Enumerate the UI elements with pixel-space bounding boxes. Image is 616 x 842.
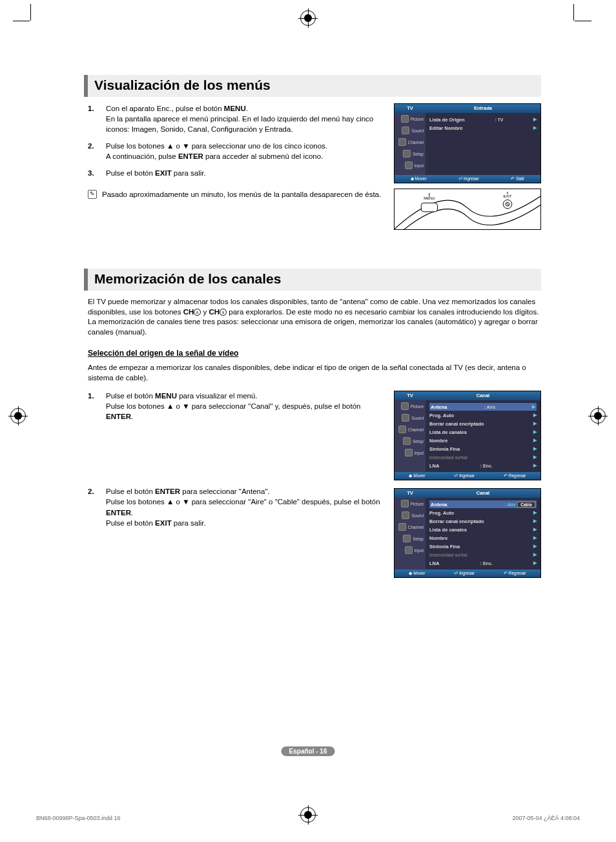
step-body: Con el aparato Enc., pulse el botón MENU…: [106, 103, 385, 134]
menu-row: Lista de canales▶: [429, 526, 537, 533]
footer-left: BN68-00998P-Spa-0503.indd 16: [36, 815, 121, 821]
menu-row-label: LNA: [429, 463, 439, 469]
step-num: 2.: [88, 141, 99, 161]
side-label: Picture: [411, 404, 424, 409]
section2-step2: 2. Pulse el botón ENTER para seleccionar…: [88, 486, 385, 528]
menu-row-label: Editar Nombre: [429, 125, 463, 131]
menu-category-icon: [405, 161, 413, 169]
menu-row: Antena: Aire▶: [429, 403, 537, 411]
menu-sidebar: PictureSoundChannelSetupInput: [395, 498, 426, 570]
side-item: Setup: [395, 435, 426, 447]
note-row: ✎ Pasado aproximadamente un minuto, los …: [88, 189, 385, 200]
section-header-menus: Visualización de los menús: [84, 75, 541, 97]
side-label: Setup: [413, 537, 424, 541]
side-label: Input: [415, 163, 424, 168]
menu-header: TV Entrada: [395, 104, 540, 113]
menu-row: Sintonia Fina▶: [429, 542, 537, 550]
menu-row: Borrar canal encriptado▶: [429, 517, 537, 525]
side-item: Input: [395, 159, 426, 171]
menu-row-label: Antena: [431, 502, 447, 508]
menu-row: Lista de Origen: TV▶: [429, 116, 537, 123]
exit-btn-label: EXIT: [504, 194, 512, 198]
section2-intro: El TV puede memorizar y almacenar todos …: [88, 297, 541, 337]
tv-menu-canal-2: TV Canal PictureSoundChannelSetupInput A…: [394, 488, 541, 578]
side-label: Channel: [408, 140, 424, 145]
side-item: Sound: [395, 412, 426, 424]
crop-mark: [575, 21, 591, 21]
menu-row-label: Sintonia Fina: [429, 544, 460, 549]
menu-row-label: Intensidad señal: [429, 455, 467, 460]
menu-sidebar: PictureSoundChannelSetupInput: [395, 113, 426, 175]
menu-row-label: Prog. Auto: [429, 510, 454, 516]
menu-category-icon: [402, 511, 409, 519]
section2-step1: 1. Pulse el botón MENU para visualizar e…: [88, 391, 385, 422]
tab-tv: TV: [395, 104, 426, 113]
side-item: Sound: [395, 509, 426, 521]
menu-category-icon: [398, 426, 406, 433]
tab-section: Canal: [426, 391, 540, 400]
menu-sidebar: PictureSoundChannelSetupInput: [395, 400, 426, 472]
menu-row-label: Lista de Origen: [429, 117, 465, 123]
menu-category-icon: [401, 115, 409, 123]
side-item: Sound: [395, 125, 426, 136]
side-item: Input: [395, 447, 426, 458]
tab-tv: TV: [395, 489, 426, 498]
side-item: Input: [395, 544, 426, 556]
menu-category-icon: [403, 150, 411, 158]
section-header-channels: Memorización de los canales: [84, 269, 541, 291]
side-item: Picture: [395, 498, 426, 509]
side-label: Setup: [413, 439, 424, 444]
menu-row-label: Prog. Auto: [429, 413, 454, 418]
menu-footer: ◆ Mover ⏎ Ingresar ↶ Regresar: [395, 570, 540, 577]
side-label: Channel: [408, 427, 424, 432]
side-label: Sound: [411, 513, 424, 518]
side-item: Setup: [395, 148, 426, 159]
tab-section: Entrada: [426, 104, 540, 113]
menu-row: LNA: Enc.▶: [429, 559, 537, 567]
side-item: Channel: [395, 136, 426, 148]
section-title: Visualización de los menús: [94, 77, 541, 93]
menu-row-label: Lista de canales: [429, 429, 467, 435]
menu-row-label: Nombre: [429, 438, 447, 444]
menu-main: Antena: Aire▶Prog. Auto▶Borrar canal enc…: [426, 400, 540, 472]
section1-steps: 1.Con el aparato Enc., pulse el botón ME…: [88, 103, 385, 179]
registration-mark-icon: [300, 807, 316, 823]
menu-row: Intensidad señal▶: [429, 453, 537, 461]
section-title: Memorización de los canales: [94, 271, 541, 287]
step-body: Pulse el botón ENTER para seleccionar "A…: [106, 486, 385, 528]
side-label: Channel: [408, 525, 424, 529]
registration-mark-icon: [10, 408, 26, 424]
menu-category-icon: [403, 437, 411, 445]
svg-rect-0: [421, 203, 437, 212]
side-label: Picture: [411, 502, 424, 506]
side-label: Setup: [413, 152, 424, 156]
sub-intro: Antes de empezar a memorizar los canales…: [88, 363, 541, 383]
menu-row-label: LNA: [429, 560, 439, 566]
step-num: 2.: [88, 486, 99, 528]
menu-category-icon: [402, 414, 409, 422]
side-item: Setup: [395, 533, 426, 544]
side-item: Picture: [395, 400, 426, 412]
menu-category-icon: [401, 500, 409, 508]
menu-category-icon: [398, 523, 406, 531]
crop-mark: [573, 4, 574, 21]
note-text: Pasado aproximadamente un minuto, los me…: [102, 189, 381, 200]
side-label: Input: [415, 548, 424, 553]
menu-category-icon: [403, 535, 411, 542]
tab-tv: TV: [395, 391, 426, 400]
step-num: 3.: [88, 168, 99, 178]
tv-menu-entrada: TV Entrada PictureSoundChannelSetupInput…: [394, 103, 541, 183]
menu-footer: ◆ Mover ⏎ Ingresar ↶ Regresar: [395, 472, 540, 480]
menu-btn-label: MENU: [424, 196, 435, 200]
menu-footer: ◆ Mover ⏎ Ingresar ↶ Salir: [395, 175, 540, 183]
menu-main: Lista de Origen: TV▶Editar Nombre▶: [426, 113, 540, 175]
page-number-badge: Español - 16: [282, 746, 335, 756]
menu-row-label: Nombre: [429, 535, 447, 541]
menu-category-icon: [405, 449, 413, 457]
menu-category-icon: [398, 138, 406, 146]
menu-row-label: Antena: [431, 404, 447, 410]
menu-row-label: Sintonia Fina: [429, 446, 460, 452]
menu-row: Sintonia Fina▶: [429, 445, 537, 453]
side-item: Channel: [395, 424, 426, 435]
menu-category-icon: [402, 127, 409, 134]
